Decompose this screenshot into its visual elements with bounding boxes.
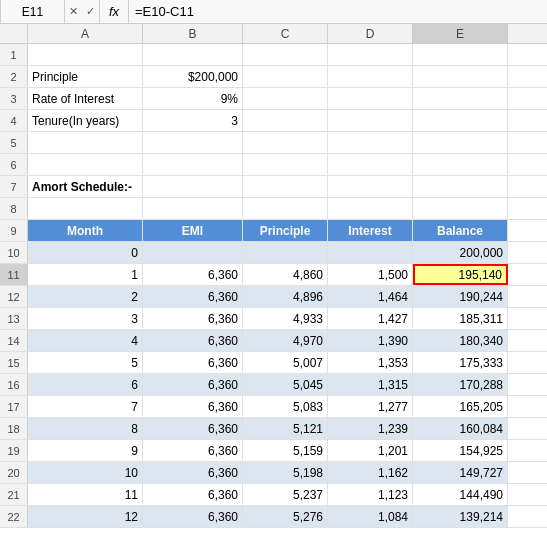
cell-c10[interactable]	[243, 242, 328, 263]
cell-c21[interactable]: 5,237	[243, 484, 328, 505]
cell-c15[interactable]: 5,007	[243, 352, 328, 373]
cell-e8[interactable]	[413, 198, 508, 219]
cell-reference-box[interactable]: E11	[0, 0, 65, 23]
cell-d15[interactable]: 1,353	[328, 352, 413, 373]
cell-d1[interactable]	[328, 44, 413, 65]
cell-d9-interest[interactable]: Interest	[328, 220, 413, 241]
cell-c2[interactable]	[243, 66, 328, 87]
cell-d16[interactable]: 1,315	[328, 374, 413, 395]
cell-e14[interactable]: 180,340	[413, 330, 508, 351]
cell-c14[interactable]: 4,970	[243, 330, 328, 351]
cell-a21[interactable]: 11	[28, 484, 143, 505]
cell-d11[interactable]: 1,500	[328, 264, 413, 285]
cell-b4[interactable]: 3	[143, 110, 243, 131]
cell-e4[interactable]	[413, 110, 508, 131]
cell-d7[interactable]	[328, 176, 413, 197]
formula-input[interactable]: =E10-C11	[129, 4, 547, 19]
cell-a9-month[interactable]: Month	[28, 220, 143, 241]
cell-a22[interactable]: 12	[28, 506, 143, 527]
cell-b16[interactable]: 6,360	[143, 374, 243, 395]
cell-c19[interactable]: 5,159	[243, 440, 328, 461]
cell-e21[interactable]: 144,490	[413, 484, 508, 505]
cell-d21[interactable]: 1,123	[328, 484, 413, 505]
cell-c16[interactable]: 5,045	[243, 374, 328, 395]
cell-a8[interactable]	[28, 198, 143, 219]
cell-b22[interactable]: 6,360	[143, 506, 243, 527]
cell-b1[interactable]	[143, 44, 243, 65]
cell-c18[interactable]: 5,121	[243, 418, 328, 439]
cell-d6[interactable]	[328, 154, 413, 175]
cell-d22[interactable]: 1,084	[328, 506, 413, 527]
cell-a16[interactable]: 6	[28, 374, 143, 395]
cell-a15[interactable]: 5	[28, 352, 143, 373]
cell-c3[interactable]	[243, 88, 328, 109]
cell-e10[interactable]: 200,000	[413, 242, 508, 263]
cell-a10[interactable]: 0	[28, 242, 143, 263]
cell-a20[interactable]: 10	[28, 462, 143, 483]
cell-e5[interactable]	[413, 132, 508, 153]
cell-a1[interactable]	[28, 44, 143, 65]
formula-confirm-icon[interactable]: ✓	[82, 5, 99, 18]
cell-e17[interactable]: 165,205	[413, 396, 508, 417]
cell-a5[interactable]	[28, 132, 143, 153]
cell-b5[interactable]	[143, 132, 243, 153]
cell-b3[interactable]: 9%	[143, 88, 243, 109]
cell-d13[interactable]: 1,427	[328, 308, 413, 329]
cell-a4[interactable]: Tenure(In years)	[28, 110, 143, 131]
cell-e2[interactable]	[413, 66, 508, 87]
cell-a18[interactable]: 8	[28, 418, 143, 439]
cell-b7[interactable]	[143, 176, 243, 197]
cell-e18[interactable]: 160,084	[413, 418, 508, 439]
cell-a2[interactable]: Principle	[28, 66, 143, 87]
col-header-e[interactable]: E	[413, 24, 508, 43]
cell-c17[interactable]: 5,083	[243, 396, 328, 417]
cell-a19[interactable]: 9	[28, 440, 143, 461]
cell-a13[interactable]: 3	[28, 308, 143, 329]
cell-b8[interactable]	[143, 198, 243, 219]
cell-c11[interactable]: 4,860	[243, 264, 328, 285]
cell-e19[interactable]: 154,925	[413, 440, 508, 461]
col-header-b[interactable]: B	[143, 24, 243, 43]
cell-b17[interactable]: 6,360	[143, 396, 243, 417]
cell-c8[interactable]	[243, 198, 328, 219]
cell-d20[interactable]: 1,162	[328, 462, 413, 483]
cell-e16[interactable]: 170,288	[413, 374, 508, 395]
cell-b11[interactable]: 6,360	[143, 264, 243, 285]
cell-e13[interactable]: 185,311	[413, 308, 508, 329]
cell-b15[interactable]: 6,360	[143, 352, 243, 373]
cell-e15[interactable]: 175,333	[413, 352, 508, 373]
cell-b9-emi[interactable]: EMI	[143, 220, 243, 241]
cell-c5[interactable]	[243, 132, 328, 153]
cell-d3[interactable]	[328, 88, 413, 109]
cell-a7[interactable]: Amort Schedule:-	[28, 176, 143, 197]
cell-b19[interactable]: 6,360	[143, 440, 243, 461]
cell-c12[interactable]: 4,896	[243, 286, 328, 307]
cell-c20[interactable]: 5,198	[243, 462, 328, 483]
cell-d10[interactable]	[328, 242, 413, 263]
cell-e9-balance[interactable]: Balance	[413, 220, 508, 241]
cell-e22[interactable]: 139,214	[413, 506, 508, 527]
cell-b14[interactable]: 6,360	[143, 330, 243, 351]
cell-b6[interactable]	[143, 154, 243, 175]
col-header-c[interactable]: C	[243, 24, 328, 43]
cell-e3[interactable]	[413, 88, 508, 109]
cell-c13[interactable]: 4,933	[243, 308, 328, 329]
cell-a6[interactable]	[28, 154, 143, 175]
cell-c1[interactable]	[243, 44, 328, 65]
cell-d12[interactable]: 1,464	[328, 286, 413, 307]
cell-c7[interactable]	[243, 176, 328, 197]
cell-e20[interactable]: 149,727	[413, 462, 508, 483]
col-header-d[interactable]: D	[328, 24, 413, 43]
cell-d2[interactable]	[328, 66, 413, 87]
formula-cancel-icon[interactable]: ✕	[65, 5, 82, 18]
cell-b12[interactable]: 6,360	[143, 286, 243, 307]
cell-d8[interactable]	[328, 198, 413, 219]
cell-b2[interactable]: $200,000	[143, 66, 243, 87]
cell-b21[interactable]: 6,360	[143, 484, 243, 505]
cell-d5[interactable]	[328, 132, 413, 153]
col-header-a[interactable]: A	[28, 24, 143, 43]
cell-e7[interactable]	[413, 176, 508, 197]
cell-d17[interactable]: 1,277	[328, 396, 413, 417]
cell-e6[interactable]	[413, 154, 508, 175]
cell-a17[interactable]: 7	[28, 396, 143, 417]
